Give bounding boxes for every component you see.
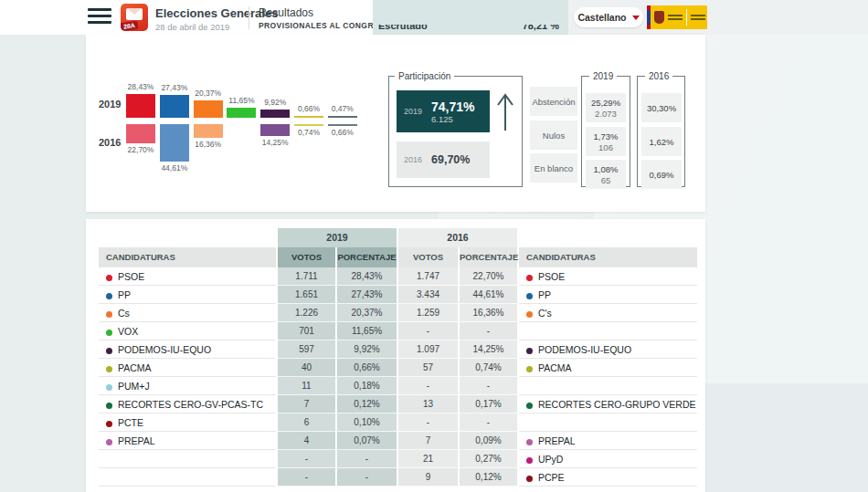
col-header-candidaturas-right: CANDIDATURAS (519, 247, 697, 267)
votes-2019-cell: 1.711 (278, 267, 335, 286)
votes-2019-cell: - (278, 468, 335, 487)
pct-2016-cell: 22,70% (460, 267, 517, 286)
participation-2016-percent: 69,70% (431, 153, 470, 166)
scrutiny-text-clipped: Escrutado 78,21 % (378, 25, 559, 34)
stat-2016-2: 1,62% (641, 127, 682, 156)
party-cell-2016: PACMA (519, 359, 697, 377)
bar-label-2016: 0,74% (291, 128, 327, 137)
bar-label-2016: 14,25% (257, 138, 293, 147)
chart-row-label-2019: 2019 (99, 99, 121, 110)
stats-2019-box: 2019 25,29%2.0731,73%1061,08%65 (581, 71, 630, 187)
bar-2016-PP (160, 124, 189, 162)
col-header-votos-2019: VOTOS (278, 247, 335, 267)
pct-2019-cell: - (337, 450, 397, 468)
bar-label-2019: 9,92% (257, 98, 293, 107)
party-color-dot (106, 330, 112, 336)
bar-2019-PSOE (126, 94, 155, 118)
bar-2019-Cs (194, 100, 223, 118)
section-sublabel: PROVISIONALES AL CONGRESO (259, 21, 391, 30)
party-color-dot (526, 275, 533, 281)
scrutiny-label: Escrutado (378, 25, 428, 31)
col-header-porcentaje-2019: PORCENTAJE (337, 247, 397, 267)
pct-2019-cell: 0,07% (337, 432, 397, 450)
votes-2019-cell: 40 (278, 359, 335, 377)
party-color-dot (526, 311, 533, 318)
header-divider (249, 6, 249, 29)
stat-label-1: Abstención (530, 87, 577, 116)
party-color-dot (106, 275, 112, 281)
votes-2016-cell: 1.747 (398, 267, 458, 286)
votes-2016-cell: 9 (398, 468, 458, 487)
party-cell-2016: PP (519, 286, 697, 304)
bar-2016-PODEMOS-IU-EQUO (260, 124, 290, 136)
pct-2016-cell: - (460, 377, 517, 395)
bar-label-2019: 0,47% (324, 104, 361, 113)
participation-legend: Participación (395, 71, 454, 81)
pct-2019-cell: 0,18% (337, 377, 397, 395)
col-header-candidaturas-left: CANDIDATURAS (99, 247, 276, 267)
bar-2019-PP (160, 95, 189, 118)
participation-2019-count: 6.125 (431, 114, 474, 124)
votes-2016-cell: 7 (398, 432, 458, 450)
pct-2019-cell: 28,43% (337, 267, 397, 286)
party-cell-2019: PP (99, 286, 276, 304)
col-header-votos-2016: VOTOS (398, 247, 458, 267)
pct-2019-cell: 0,10% (337, 413, 397, 432)
menu-icon[interactable] (88, 8, 111, 26)
section-label: Resultados (259, 6, 391, 19)
bar-2019-PODEMOS-IU-EQUO (260, 110, 290, 118)
votes-2019-cell: 7 (278, 395, 335, 413)
votes-2016-cell: 21 (398, 450, 458, 468)
votes-2016-cell: - (398, 413, 458, 432)
party-cell-2016: PSOE (519, 267, 697, 286)
scrutiny-value: 78,21 % (523, 25, 559, 31)
language-label: Castellano (577, 12, 626, 23)
bar-2019-PACMA (294, 116, 323, 118)
pct-2019-cell: - (337, 468, 397, 487)
votes-2019-cell: - (278, 450, 335, 468)
bar-2019-VOX (227, 108, 256, 118)
bar-2019-OTROS (328, 116, 357, 118)
dropdown-caret-icon (632, 16, 640, 20)
stat-2019-2: 1,73%106 (586, 127, 626, 156)
bar-label-2019: 11,65% (223, 96, 259, 105)
bar-2016-PSOE (126, 124, 155, 143)
pct-2019-cell: 11,65% (337, 322, 397, 340)
stat-2019-3: 1,08%65 (586, 160, 626, 189)
results-table: 2019 2016 CANDIDATURAS VOTOS PORCENTAJE … (99, 228, 697, 487)
party-cell-2019: RECORTES CERO-GV-PCAS-TC (99, 395, 276, 413)
bar-label-2016: 0,66% (324, 128, 361, 137)
coat-of-arms-icon (654, 11, 664, 24)
participation-2019-percent: 74,71% (431, 99, 474, 114)
language-selector[interactable]: Castellano (574, 7, 643, 27)
section-title: Resultados PROVISIONALES AL CONGRESO (259, 6, 391, 30)
party-cell-2019: Cs (99, 304, 276, 322)
bar-label-2016: 16,36% (190, 140, 227, 149)
bar-label-2019: 27,43% (156, 83, 193, 92)
votes-2016-cell: 1.259 (398, 304, 458, 322)
stat-2016-1: 30,30% (641, 93, 682, 122)
election-logo: 28A (121, 4, 148, 31)
votes-2016-cell: - (398, 322, 458, 340)
votes-2016-cell: 57 (398, 359, 458, 377)
party-cell-2016: PREPAL (519, 432, 697, 450)
votes-2019-cell: 4 (278, 432, 335, 450)
party-cell-2019 (99, 468, 276, 487)
votes-2019-cell: 6 (278, 413, 335, 432)
party-cell-2016: RECORTES CERO-GRUPO VERDE (519, 395, 697, 413)
party-color-dot (526, 403, 533, 409)
scrutiny-panel: Escrutado 78,21 % (373, 0, 568, 35)
party-cell-2019: PREPAL (99, 432, 276, 450)
bar-label-2019: 20,37% (190, 89, 227, 98)
table-group-2019: 2019 (278, 228, 397, 247)
page: 28A Elecciones Generales 28 de abril de … (0, 0, 868, 492)
party-color-dot (526, 439, 533, 445)
bar-label-2019: 0,66% (291, 104, 327, 113)
pct-2016-cell: 14,25% (460, 340, 517, 359)
party-color-dot (106, 366, 112, 372)
party-cell-2019: VOX (99, 322, 276, 340)
party-cell-2016: UPyD (519, 450, 697, 468)
party-color-dot (106, 421, 112, 427)
pct-2016-cell: - (460, 322, 517, 340)
pct-2016-cell: 16,36% (460, 304, 517, 322)
